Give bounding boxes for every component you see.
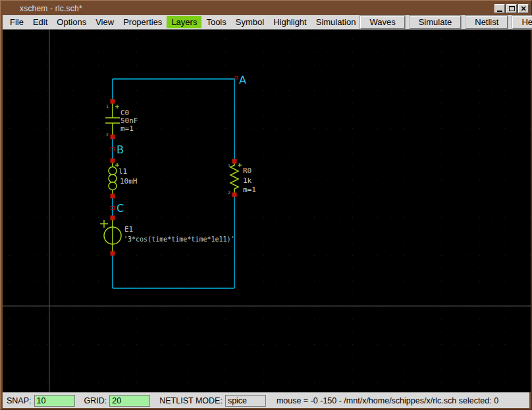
xschem-window: xschem - rlc.sch* ✕ File Edit Options Vi…: [0, 0, 532, 410]
status-bar: SNAP: GRID: NETLIST MODE: mouse = -0 -15…: [3, 392, 529, 408]
resistor-mult: m=1: [243, 186, 256, 194]
pin-number: 2: [228, 190, 230, 195]
component-capacitor-c0[interactable]: 1 2 C0 50nF m=1: [105, 99, 138, 140]
pin-terminal[interactable]: [111, 251, 115, 256]
pin-terminal[interactable]: [111, 99, 115, 104]
title-bar[interactable]: xschem - rlc.sch* ✕: [3, 2, 529, 15]
net-anchor-a[interactable]: [235, 76, 238, 79]
inductor-symbol: [109, 161, 119, 196]
simulate-button[interactable]: Simulate: [410, 16, 462, 29]
menu-action-buttons: Waves Simulate Netlist Help: [360, 16, 532, 29]
netlist-button[interactable]: Netlist: [466, 16, 508, 29]
node-label-c[interactable]: C: [117, 202, 124, 215]
pin-terminal[interactable]: [111, 135, 115, 140]
pin-number: 1: [228, 163, 230, 168]
pin-terminal[interactable]: [232, 159, 237, 164]
schematic-canvas[interactable]: 1 2 C0 50nF m=1 B: [3, 30, 531, 392]
capacitor-mult: m=1: [120, 124, 134, 133]
component-inductor-l1[interactable]: l1 10mH: [109, 159, 138, 199]
window-controls: ✕: [494, 4, 529, 13]
close-icon: ✕: [520, 5, 526, 12]
menu-tools[interactable]: Tools: [201, 16, 230, 28]
menu-view[interactable]: View: [91, 16, 119, 28]
node-label-a[interactable]: A: [239, 74, 246, 86]
inductor-name: l1: [119, 167, 127, 176]
pin-number: 1: [106, 104, 109, 109]
pin-terminal[interactable]: [111, 216, 115, 220]
waves-button[interactable]: Waves: [360, 16, 404, 29]
menu-highlight[interactable]: Highlight: [269, 16, 311, 28]
component-source-e1[interactable]: E1 '3*cos(time*time*time*1e11)': [100, 216, 235, 256]
pin-terminal[interactable]: [111, 194, 115, 199]
source-expression: '3*cos(time*time*time*1e11)': [124, 236, 235, 243]
minimize-icon: [497, 11, 502, 12]
maximize-button[interactable]: [506, 4, 517, 13]
snap-input[interactable]: [34, 395, 75, 407]
menu-edit[interactable]: Edit: [28, 16, 52, 28]
mouse-coordinates-info: mouse = -0 -150 - /mnt/x/home/schippes/x…: [277, 396, 498, 405]
pin-terminal[interactable]: [232, 193, 237, 197]
node-label-b[interactable]: B: [117, 143, 124, 156]
maximize-icon: [509, 6, 515, 11]
netlist-mode-input[interactable]: [225, 395, 266, 407]
inductor-value: 10mH: [120, 177, 138, 186]
menu-file[interactable]: File: [5, 16, 28, 28]
netlist-mode-label: NETLIST MODE:: [159, 396, 223, 405]
component-resistor-r0[interactable]: 1 2 R0 1k m=1: [228, 159, 256, 197]
close-button[interactable]: ✕: [518, 4, 529, 13]
menu-bar: File Edit Options View Properties Layers…: [3, 15, 529, 30]
pin-number: 2: [106, 132, 109, 138]
grid-input[interactable]: [109, 395, 150, 407]
window-title: xschem - rlc.sch*: [3, 4, 82, 13]
menu-options[interactable]: Options: [52, 16, 91, 28]
source-symbol: [100, 218, 121, 253]
menu-properties[interactable]: Properties: [119, 16, 167, 28]
grid-label: GRID:: [84, 396, 107, 405]
schematic-drawing[interactable]: 1 2 C0 50nF m=1 B: [3, 30, 531, 392]
minimize-button[interactable]: [494, 4, 505, 13]
resistor-value: 1k: [243, 176, 252, 185]
resistor-name: R0: [243, 167, 252, 175]
menu-simulation[interactable]: Simulation: [311, 16, 361, 28]
menu-symbol[interactable]: Symbol: [231, 16, 269, 28]
help-button[interactable]: Help: [512, 16, 532, 29]
source-name: E1: [124, 225, 133, 234]
snap-label: SNAP:: [7, 396, 32, 405]
menu-layers[interactable]: Layers: [167, 16, 201, 28]
resistor-symbol: [230, 161, 242, 195]
pin-terminal[interactable]: [111, 159, 115, 163]
